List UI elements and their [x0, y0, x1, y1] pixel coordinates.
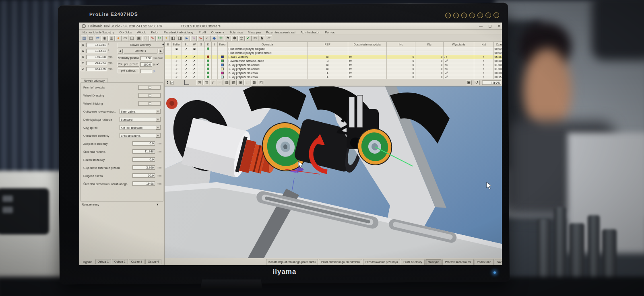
view-tab[interactable]: Podzielone: [475, 259, 494, 265]
edge-tab[interactable]: Ostrze 1: [95, 259, 111, 264]
column-header[interactable]: E: [165, 42, 171, 47]
operation-row[interactable]: ✔ ✔ ✔ Powierzchnia natarcia, czoło ⊿ ⊏: …: [165, 59, 503, 63]
feed-value-field[interactable]: 150: [140, 56, 152, 60]
menu-item[interactable]: Obróbka: [119, 31, 132, 34]
toolbar-button-icon[interactable]: ▦: [81, 35, 87, 41]
szlifo-check[interactable]: ✔: [171, 63, 182, 67]
view-tab[interactable]: Profil obrabianego przedmiotu: [319, 259, 362, 265]
toolbar-button-icon[interactable]: ✦: [163, 35, 169, 41]
column-header[interactable]: Czas: [493, 42, 502, 47]
toolbar-button-icon[interactable]: ⇅: [190, 35, 197, 41]
grind-value-field[interactable]: [140, 69, 152, 73]
view-tab[interactable]: Przemieszczenia osi: [442, 259, 474, 265]
view-button-icon[interactable]: ▩: [231, 80, 237, 85]
column-header[interactable]: W: [191, 42, 198, 47]
st-check[interactable]: ✔: [182, 67, 191, 71]
parameter-value-field[interactable]: 0.0: [132, 141, 155, 146]
w-check[interactable]: ▣: [191, 47, 198, 51]
toolbar-button-icon[interactable]: ⚑: [225, 35, 231, 41]
chevron-down-icon[interactable]: ▼: [156, 117, 160, 121]
toolbar-button-icon[interactable]: ◧: [170, 35, 176, 41]
menu-item[interactable]: Administrator: [301, 31, 320, 34]
menu-item[interactable]: Maszyna: [248, 31, 261, 34]
column-header[interactable]: Dosunięcie narzędzia: [348, 42, 386, 47]
column-header[interactable]: INc: [386, 42, 415, 47]
toolbar-button-icon[interactable]: ◨: [177, 35, 183, 41]
menu-item[interactable]: Widok: [137, 31, 146, 34]
view-checkbox[interactable]: ✔: [170, 81, 174, 84]
operation-row[interactable]: ▣ ✔ ▣ Próbkowanie pozycji długości: [165, 47, 503, 51]
prev-edge-button[interactable]: ◀: [118, 49, 123, 53]
toolbar-button-icon[interactable]: ◎: [238, 35, 245, 41]
toolbar-button-icon[interactable]: ✔: [245, 35, 252, 41]
edge-tab[interactable]: Ostrze 2: [112, 259, 128, 264]
axis-letter-button[interactable]: A: [80, 49, 85, 53]
toolbar-button-icon[interactable]: ◉: [101, 35, 108, 41]
w-check[interactable]: [191, 51, 198, 55]
parameter-value-field[interactable]: 11.988: [132, 149, 155, 154]
view-tab[interactable]: Sketcher: [495, 259, 503, 265]
column-header[interactable]: Operacja: [227, 42, 307, 47]
column-header[interactable]: ⇧: [212, 42, 218, 47]
s-check[interactable]: [198, 51, 204, 55]
s-check[interactable]: [198, 63, 204, 67]
toolbar-button-icon[interactable]: ✚: [218, 35, 224, 41]
view-button-icon[interactable]: ↔: [244, 80, 250, 85]
column-header[interactable]: REP: [307, 42, 348, 47]
toolbar-button-icon[interactable]: ▭: [122, 35, 128, 41]
rotate-view-icon[interactable]: ↺: [474, 80, 480, 85]
override-value-field[interactable]: 100.0: [140, 62, 152, 67]
column-header[interactable]: Kolor: [218, 42, 227, 47]
st-check[interactable]: ✔: [182, 63, 191, 67]
column-header[interactable]: Kąt: [474, 42, 494, 47]
chevron-down-icon[interactable]: ▼: [156, 125, 160, 130]
menu-item[interactable]: Operacja: [211, 31, 224, 34]
splitter-arrow-icon[interactable]: ◀: [162, 43, 164, 45]
s-check[interactable]: [198, 55, 204, 59]
column-header[interactable]: INc: [415, 42, 444, 47]
menu-item[interactable]: Przedmiot obrabiany: [164, 31, 193, 34]
toolbar-button-icon[interactable]: ✱: [231, 35, 238, 41]
toolbar-button-icon[interactable]: ▥: [108, 35, 115, 41]
menu-item[interactable]: Numer identyfikacyjny: [83, 31, 114, 34]
w-check[interactable]: ✔: [191, 67, 198, 71]
st-check[interactable]: ✔: [182, 47, 191, 51]
axis-letter-button[interactable]: C: [80, 43, 85, 47]
machine-3d-viewport[interactable]: 2 1: [165, 86, 502, 258]
w-check[interactable]: ✔: [191, 63, 198, 67]
scroll-arrows-icon[interactable]: ▲▼: [166, 80, 169, 84]
s-check[interactable]: [198, 47, 204, 51]
menu-item[interactable]: Profil: [198, 31, 206, 34]
view-button-icon[interactable]: ↑: [217, 80, 223, 85]
override-button[interactable]: Prz. poł. przem.: [118, 62, 139, 67]
view-button-icon[interactable]: ⊞: [251, 80, 257, 85]
szlifo-check[interactable]: ✔: [171, 59, 182, 63]
axis-letter-button[interactable]: X: [80, 55, 85, 59]
s-check[interactable]: [198, 75, 204, 79]
parameter-checkbox[interactable]: [138, 101, 161, 106]
toolbar-button-icon[interactable]: ▣: [136, 35, 142, 41]
parameter-value-field[interactable]: 3.996: [132, 165, 155, 170]
chevron-down-icon[interactable]: ▼: [156, 109, 160, 113]
toolbar-button-icon[interactable]: ◆: [211, 35, 217, 41]
szlifo-check[interactable]: ✔: [171, 55, 182, 59]
close-button[interactable]: ✕: [497, 24, 500, 28]
parameter-dropdown[interactable]: Szer. żebra▼: [120, 109, 161, 114]
toolbar-button-icon[interactable]: ▤: [88, 35, 94, 41]
next-edge-button[interactable]: ▶: [158, 49, 163, 53]
s-check[interactable]: [198, 67, 204, 71]
s-check[interactable]: [198, 59, 204, 63]
szlifo-check[interactable]: ✔: [171, 71, 182, 75]
view-button-icon[interactable]: ▦: [224, 80, 230, 85]
axis-value-field[interactable]: 175.388: [86, 55, 107, 59]
view-button-icon[interactable]: ▣: [237, 80, 244, 85]
edge-tab[interactable]: Ogólne: [81, 260, 95, 264]
toolbar-button-icon[interactable]: ✂: [252, 35, 258, 41]
toolbar-button-icon[interactable]: ✎: [149, 35, 156, 41]
st-check[interactable]: ✔: [182, 55, 191, 59]
column-header[interactable]: St.: [182, 42, 191, 47]
st-check[interactable]: ✔: [182, 71, 191, 75]
st-check[interactable]: [182, 51, 191, 55]
expander-rozszerzony[interactable]: Rozszerzony ▼: [82, 203, 162, 206]
st-check[interactable]: ✔: [182, 75, 191, 79]
